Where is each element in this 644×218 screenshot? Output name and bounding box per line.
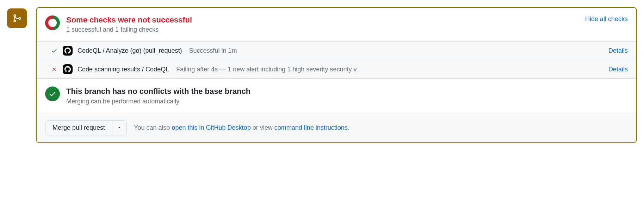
check-name: Code scanning results / CodeQL [78, 66, 169, 73]
checks-list: CodeQL / Analyze (go) (pull_request) Suc… [37, 41, 636, 79]
check-row: CodeQL / Analyze (go) (pull_request) Suc… [37, 41, 636, 60]
pr-merge-container: Some checks were not successful 1 succes… [7, 7, 637, 143]
merge-status-text: This branch has no conflicts with the ba… [66, 86, 250, 105]
open-github-desktop-link[interactable]: open this in GitHub Desktop [172, 124, 251, 131]
github-app-icon [63, 64, 73, 74]
check-success-icon [51, 47, 58, 54]
merge-sub: Merging can be performed automatically. [66, 98, 250, 105]
footer-text-mid: or view [251, 124, 274, 131]
timeline-badge [7, 8, 27, 28]
caret-down-icon [117, 125, 122, 129]
check-details-link[interactable]: Details [608, 47, 628, 54]
footer-text-before: You can also [134, 124, 172, 131]
success-check-icon [45, 86, 60, 101]
check-name: CodeQL / Analyze (go) (pull_request) [78, 47, 182, 54]
status-sub: 1 successful and 1 failing checks [66, 26, 579, 33]
merge-heading: This branch has no conflicts with the ba… [66, 86, 250, 96]
merge-footer: Merge pull request You can also open thi… [37, 113, 636, 142]
check-row: Code scanning results / CodeQL Failing a… [37, 60, 636, 78]
status-text: Some checks were not successful 1 succes… [66, 15, 579, 33]
check-detail: Failing after 4s — 1 new alert including… [176, 66, 603, 73]
git-merge-icon [12, 14, 21, 23]
merge-dropdown-button[interactable] [112, 121, 126, 135]
command-line-instructions-link[interactable]: command line instructions [274, 124, 348, 131]
check-failure-icon [51, 66, 58, 72]
merge-pull-request-button[interactable]: Merge pull request [45, 121, 112, 135]
hide-all-checks-link[interactable]: Hide all checks [585, 15, 628, 23]
status-donut-icon [45, 15, 60, 30]
checks-status-section: Some checks were not successful 1 succes… [37, 8, 636, 41]
check-details-link[interactable]: Details [608, 66, 628, 73]
merge-status-section: This branch has no conflicts with the ba… [37, 79, 636, 113]
merge-box: Some checks were not successful 1 succes… [36, 7, 637, 143]
status-heading: Some checks were not successful [66, 15, 579, 25]
footer-hint-text: You can also open this in GitHub Desktop… [134, 124, 349, 132]
footer-text-after: . [348, 124, 349, 131]
github-app-icon [63, 46, 73, 56]
check-detail: Successful in 1m [189, 47, 603, 54]
merge-button-group: Merge pull request [45, 120, 127, 135]
